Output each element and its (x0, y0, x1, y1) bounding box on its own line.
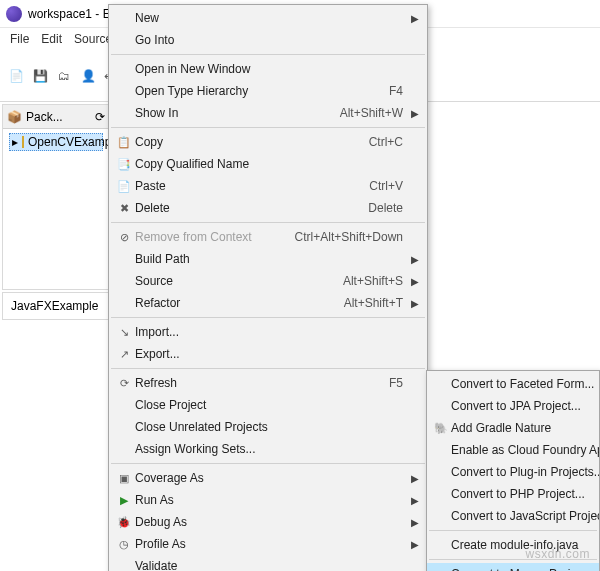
refresh-icon: ⟳ (113, 377, 135, 390)
menu-delete[interactable]: ✖DeleteDelete (109, 197, 427, 219)
submenu-javascript[interactable]: Convert to JavaScript Project... (427, 505, 599, 527)
save-all-icon[interactable]: 🗂 (54, 66, 74, 86)
menu-refactor[interactable]: RefactorAlt+Shift+T▶ (109, 292, 427, 314)
context-menu: New▶ Go Into Open in New Window Open Typ… (108, 4, 428, 571)
package-tab-label: Pack... (26, 110, 63, 124)
menu-open-new-window[interactable]: Open in New Window (109, 58, 427, 80)
paste-icon: 📄 (113, 180, 135, 193)
profile-icon: ◷ (113, 538, 135, 551)
menu-export[interactable]: ↗Export... (109, 343, 427, 365)
new-icon[interactable]: 📄 (6, 66, 26, 86)
menu-open-type-hierarchy[interactable]: Open Type HierarchyF4 (109, 80, 427, 102)
menu-coverage-as[interactable]: ▣Coverage As▶ (109, 467, 427, 489)
menu-file[interactable]: File (4, 30, 35, 48)
menu-show-in[interactable]: Show InAlt+Shift+W▶ (109, 102, 427, 124)
submenu-cloud-foundry[interactable]: Enable as Cloud Foundry App (427, 439, 599, 461)
submenu-faceted[interactable]: Convert to Faceted Form... (427, 373, 599, 395)
gradle-icon: 🐘 (431, 422, 451, 435)
debug-icon: 🐞 (113, 516, 135, 529)
submenu-maven[interactable]: Convert to Maven Proje (427, 563, 599, 571)
sync-icon[interactable]: ⟳ (95, 110, 105, 124)
menu-run-as[interactable]: ▶Run As▶ (109, 489, 427, 511)
import-icon: ↘ (113, 326, 135, 339)
copy-icon: 📋 (113, 136, 135, 149)
menu-go-into[interactable]: Go Into (109, 29, 427, 51)
submenu-jpa[interactable]: Convert to JPA Project... (427, 395, 599, 417)
menu-copy[interactable]: 📋CopyCtrl+C (109, 131, 427, 153)
menu-close-unrelated[interactable]: Close Unrelated Projects (109, 416, 427, 438)
package-explorer-header[interactable]: 📦 Pack... ⟳ (3, 105, 109, 129)
javafx-pane[interactable]: JavaFXExample (2, 292, 110, 320)
export-icon: ↗ (113, 348, 135, 361)
menu-paste[interactable]: 📄PasteCtrl+V (109, 175, 427, 197)
run-icon: ▶ (113, 494, 135, 507)
user-icon[interactable]: 👤 (78, 66, 98, 86)
menu-build-path[interactable]: Build Path▶ (109, 248, 427, 270)
menu-validate[interactable]: Validate (109, 555, 427, 571)
project-item[interactable]: ▸ OpenCVExample (9, 133, 103, 151)
save-icon[interactable]: 💾 (30, 66, 50, 86)
expand-icon[interactable]: ▸ (12, 135, 18, 149)
menu-profile-as[interactable]: ◷Profile As▶ (109, 533, 427, 555)
eclipse-icon (6, 6, 22, 22)
menu-remove-context: ⊘Remove from ContextCtrl+Alt+Shift+Down (109, 226, 427, 248)
project-label: OpenCVExample (28, 135, 121, 149)
submenu-php[interactable]: Convert to PHP Project... (427, 483, 599, 505)
configure-submenu: Convert to Faceted Form... Convert to JP… (426, 370, 600, 571)
package-icon: 📦 (7, 110, 22, 124)
remove-context-icon: ⊘ (113, 231, 135, 244)
menu-import[interactable]: ↘Import... (109, 321, 427, 343)
menu-new[interactable]: New▶ (109, 7, 427, 29)
package-explorer-body[interactable]: ▸ OpenCVExample (3, 129, 109, 289)
menu-source[interactable]: SourceAlt+Shift+S▶ (109, 270, 427, 292)
submenu-module-info[interactable]: Create module-info.java (427, 534, 599, 556)
submenu-plugin[interactable]: Convert to Plug-in Projects... (427, 461, 599, 483)
submenu-gradle[interactable]: 🐘Add Gradle Nature (427, 417, 599, 439)
javafx-label: JavaFXExample (11, 299, 98, 313)
delete-icon: ✖ (113, 202, 135, 215)
coverage-icon: ▣ (113, 472, 135, 485)
menu-assign-working-sets[interactable]: Assign Working Sets... (109, 438, 427, 460)
menu-debug-as[interactable]: 🐞Debug As▶ (109, 511, 427, 533)
menu-copy-qualified[interactable]: 📑Copy Qualified Name (109, 153, 427, 175)
folder-icon (22, 136, 24, 148)
copy-qualified-icon: 📑 (113, 158, 135, 171)
menu-edit[interactable]: Edit (35, 30, 68, 48)
menu-close-project[interactable]: Close Project (109, 394, 427, 416)
package-explorer-pane: 📦 Pack... ⟳ ▸ OpenCVExample (2, 104, 110, 290)
menu-refresh[interactable]: ⟳RefreshF5 (109, 372, 427, 394)
